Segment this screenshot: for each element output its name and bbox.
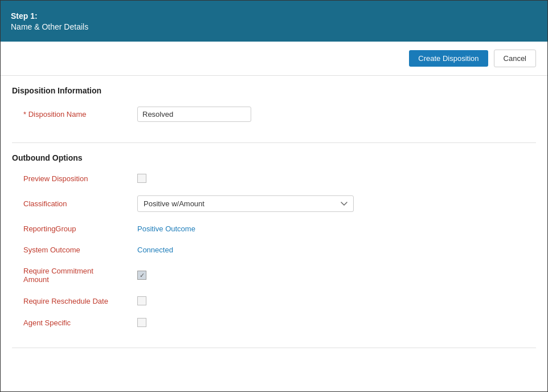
toolbar: Create Disposition Cancel [1, 42, 547, 76]
require-reschedule-label: Require Reschedule Date [12, 297, 137, 305]
disposition-name-row: * Disposition Name [12, 104, 536, 124]
step-label: Step 1: [11, 11, 537, 21]
disposition-info-title: Disposition Information [12, 86, 536, 95]
outbound-options-title: Outbound Options [12, 153, 536, 162]
system-outcome-value: Connected [137, 246, 173, 254]
require-commitment-row: Require CommitmentAmount [12, 264, 536, 286]
require-commitment-label: Require CommitmentAmount [12, 267, 137, 284]
outbound-options-section: Outbound Options Preview Disposition Cla… [12, 143, 536, 348]
classification-select[interactable]: Positive w/Amount Negative Neutral [137, 195, 354, 212]
preview-disposition-checkbox-wrap [137, 174, 146, 183]
reporting-group-label: ReportingGroup [12, 224, 137, 233]
disposition-name-input[interactable] [137, 107, 251, 122]
content-area: Disposition Information * Disposition Na… [1, 76, 547, 391]
disposition-name-label: * Disposition Name [12, 110, 137, 119]
agent-specific-checkbox-wrap [137, 318, 146, 327]
preview-disposition-row: Preview Disposition [12, 172, 536, 185]
reporting-group-value: Positive Outcome [137, 224, 195, 233]
agent-specific-row: Agent Specific [12, 316, 536, 329]
agent-specific-checkbox[interactable] [137, 318, 146, 327]
require-reschedule-checkbox-wrap [137, 296, 146, 305]
system-outcome-row: System Outcome Connected [12, 243, 536, 256]
create-disposition-button[interactable]: Create Disposition [409, 50, 488, 67]
step-title: Name & Other Details [11, 22, 537, 31]
preview-disposition-checkbox[interactable] [137, 174, 146, 183]
require-commitment-checkbox-wrap [137, 271, 146, 280]
main-window: Step 1: Name & Other Details Create Disp… [0, 0, 548, 392]
preview-disposition-label: Preview Disposition [12, 174, 137, 183]
classification-row: Classification Positive w/Amount Negativ… [12, 193, 536, 214]
reporting-group-row: ReportingGroup Positive Outcome [12, 222, 536, 235]
header: Step 1: Name & Other Details [1, 1, 547, 42]
require-commitment-checkbox[interactable] [137, 271, 146, 280]
classification-label: Classification [12, 199, 137, 208]
require-reschedule-checkbox[interactable] [137, 296, 146, 305]
require-reschedule-row: Require Reschedule Date [12, 294, 536, 308]
agent-specific-label: Agent Specific [12, 318, 137, 327]
cancel-button[interactable]: Cancel [494, 50, 536, 67]
system-outcome-label: System Outcome [12, 246, 137, 254]
disposition-info-section: Disposition Information * Disposition Na… [12, 76, 536, 143]
